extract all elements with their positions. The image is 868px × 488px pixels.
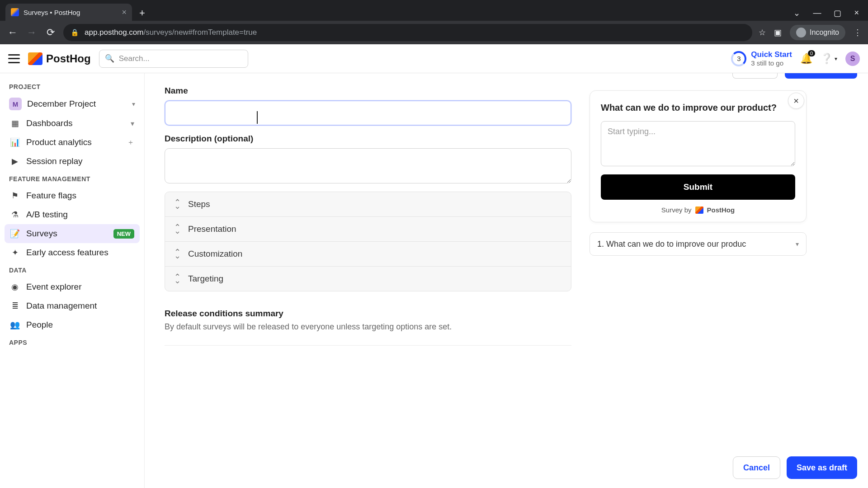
project-badge: M: [9, 98, 22, 110]
incognito-indicator[interactable]: Incognito: [790, 25, 845, 40]
sidebar[interactable]: PROJECT M December Project ▾ ▦ Dashboard…: [0, 73, 145, 488]
logo-text: PostHog: [46, 52, 91, 65]
new-tab-button[interactable]: +: [136, 7, 149, 21]
help-button[interactable]: ❔ ▾: [821, 53, 837, 65]
lock-icon: 🔒: [71, 28, 79, 37]
header-button-cutoff[interactable]: [732, 73, 778, 79]
save-draft-button[interactable]: Save as draft: [787, 456, 857, 479]
project-selector[interactable]: M December Project ▾: [5, 94, 140, 114]
sidebar-item-product-analytics[interactable]: 📊 Product analytics ＋: [5, 133, 140, 152]
url-input[interactable]: 🔒 app.posthog.com/surveys/new#fromTempla…: [63, 24, 752, 41]
description-input[interactable]: [165, 148, 571, 183]
sidebar-item-label: A/B testing: [26, 210, 68, 220]
analytics-icon: 📊: [10, 137, 20, 147]
help-icon: ❔: [821, 53, 833, 65]
database-icon: ≣: [10, 301, 20, 311]
brand-prefix: Survey by: [661, 206, 692, 214]
sidebar-item-label: Early access features: [26, 248, 108, 258]
back-button[interactable]: ←: [6, 26, 19, 39]
quick-start-title: Quick Start: [751, 50, 792, 59]
tab-favicon: [11, 8, 19, 16]
sidebar-item-event-explorer[interactable]: ◉ Event explorer: [5, 277, 140, 296]
plus-icon[interactable]: ＋: [127, 138, 134, 147]
flag-icon: ⚑: [10, 191, 20, 201]
section-label-data: DATA: [5, 262, 140, 277]
hamburger-menu-icon[interactable]: [8, 54, 20, 63]
bookmark-icon[interactable]: ☆: [759, 28, 766, 38]
dashboards-icon: ▦: [10, 118, 20, 128]
accordion-steps[interactable]: ⌃⌄ Steps: [165, 192, 571, 217]
expand-icon: ⌃⌄: [174, 201, 181, 208]
sidebar-item-label: Session replay: [26, 156, 83, 166]
sidebar-item-dashboards[interactable]: ▦ Dashboards ▾: [5, 114, 140, 133]
sidebar-item-label: Dashboards: [26, 118, 72, 128]
accordion-targeting[interactable]: ⌃⌄ Targeting: [165, 267, 571, 291]
sidebar-item-label: Data management: [26, 301, 97, 311]
release-text: By default surveys will be released to e…: [165, 322, 571, 332]
description-label: Description (optional): [165, 134, 571, 144]
browser-tab[interactable]: Surveys • PostHog ×: [5, 4, 132, 21]
chevron-down-icon: ▾: [835, 56, 837, 62]
flask-icon: ⚗: [10, 210, 20, 220]
url-path: /surveys/new#fromTemplate=true: [143, 28, 257, 37]
survey-preview-card: × What can we do to improve our product?…: [590, 90, 807, 222]
survey-answer-input[interactable]: [601, 121, 795, 166]
maximize-icon[interactable]: ▢: [834, 8, 841, 18]
section-label-apps: APPS: [5, 334, 140, 350]
expand-icon: ⌃⌄: [174, 275, 181, 282]
minimize-icon[interactable]: —: [813, 8, 821, 18]
url-host: app.posthog.com: [85, 28, 143, 37]
chevron-down-icon[interactable]: ▾: [131, 119, 134, 128]
incognito-icon: [796, 28, 806, 38]
radar-icon: ◉: [10, 282, 20, 292]
chevron-down-icon[interactable]: ⌄: [793, 8, 800, 18]
survey-icon: 📝: [10, 229, 20, 239]
search-input[interactable]: 🔍 Search...: [99, 50, 248, 68]
search-placeholder: Search...: [119, 54, 150, 63]
reload-button[interactable]: ⟳: [44, 26, 57, 39]
extensions-icon[interactable]: ▣: [774, 28, 782, 38]
sparkle-icon: ✦: [10, 248, 20, 258]
header-primary-button-cutoff[interactable]: [785, 73, 857, 79]
close-window-icon[interactable]: ×: [854, 8, 859, 18]
expand-icon: ⌃⌄: [174, 225, 181, 233]
sidebar-item-surveys[interactable]: 📝 Surveys NEW: [5, 224, 140, 243]
accordion-customization[interactable]: ⌃⌄ Customization: [165, 242, 571, 267]
sidebar-item-feature-flags[interactable]: ⚑ Feature flags: [5, 186, 140, 205]
incognito-label: Incognito: [810, 28, 839, 37]
forward-button[interactable]: →: [25, 26, 38, 39]
people-icon: 👥: [10, 320, 20, 330]
browser-menu-icon[interactable]: ⋮: [854, 28, 862, 38]
logo-mark-icon: [28, 52, 42, 65]
accordion-label: Presentation: [188, 224, 236, 234]
divider: [165, 345, 571, 346]
sidebar-item-session-replay[interactable]: ▶ Session replay: [5, 152, 140, 171]
sidebar-item-people[interactable]: 👥 People: [5, 315, 140, 334]
question-selector[interactable]: 1. What can we do to improve our produc …: [590, 232, 807, 256]
new-badge: NEW: [113, 229, 134, 239]
tab-close-icon[interactable]: ×: [122, 8, 127, 17]
posthog-logo[interactable]: PostHog: [28, 52, 91, 65]
accordion-presentation[interactable]: ⌃⌄ Presentation: [165, 217, 571, 242]
accordion-label: Steps: [188, 199, 210, 209]
question-selector-label: 1. What can we do to improve our produc: [597, 239, 746, 249]
notifications-button[interactable]: 🔔 0: [800, 53, 812, 65]
sidebar-item-ab-testing[interactable]: ⚗ A/B testing: [5, 205, 140, 224]
sidebar-item-early-access[interactable]: ✦ Early access features: [5, 243, 140, 262]
survey-submit-button[interactable]: Submit: [601, 174, 795, 200]
app-top-nav: PostHog 🔍 Search... 3 Quick Start 3 stil…: [0, 44, 868, 73]
chevron-down-icon: ▾: [132, 100, 135, 108]
survey-question: What can we do to improve our product?: [601, 102, 795, 114]
brand-name: PostHog: [707, 206, 735, 214]
user-avatar[interactable]: S: [845, 52, 860, 66]
cancel-button[interactable]: Cancel: [733, 456, 780, 479]
sidebar-item-label: Event explorer: [26, 282, 82, 292]
name-input[interactable]: [165, 100, 571, 126]
survey-branding: Survey by PostHog: [601, 206, 795, 214]
quick-start-progress-icon: 3: [731, 51, 746, 66]
survey-close-button[interactable]: ×: [788, 93, 804, 109]
quick-start-button[interactable]: 3 Quick Start 3 still to go: [731, 50, 792, 67]
browser-tab-strip: Surveys • PostHog × + ⌄ — ▢ ×: [0, 0, 868, 21]
sidebar-item-data-management[interactable]: ≣ Data management: [5, 296, 140, 315]
notification-count: 0: [808, 50, 815, 56]
